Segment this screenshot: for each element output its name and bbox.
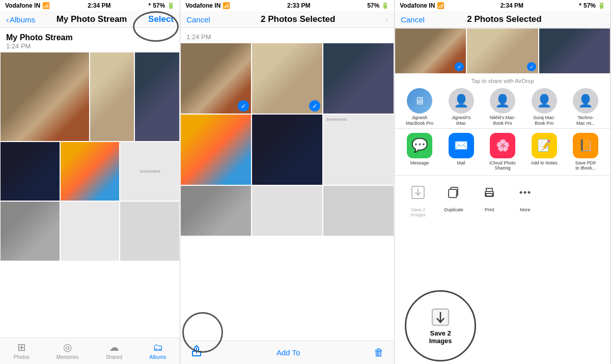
battery-icon-3: 🔋	[598, 2, 605, 9]
save-circle-overlay: Save 2Images	[405, 290, 476, 361]
more-action-print[interactable]: Print	[474, 180, 505, 217]
delete-button-2[interactable]: 🗑	[374, 347, 384, 358]
svg-point-7	[524, 191, 526, 194]
svg-rect-5	[486, 193, 492, 196]
photo-cell-2-3[interactable]	[323, 43, 394, 114]
photo-cell-2-9[interactable]	[323, 185, 394, 236]
photo-cell-3[interactable]	[134, 52, 180, 142]
photo-cell-5[interactable]	[60, 142, 120, 202]
time-3: 2:34 PM	[501, 2, 523, 9]
ibook-icon: 📙	[573, 133, 598, 158]
airdrop-device-2[interactable]: 👤 Nikhil's Mac-Book Pro	[487, 88, 518, 126]
carrier-1: Vodafone IN	[5, 2, 40, 9]
print-label: Print	[485, 207, 494, 212]
check-1: ✓	[238, 100, 249, 111]
tab-shared-label: Shared	[106, 354, 122, 360]
nav-bar-1: ‹ Albums My Photo Stream Select	[0, 11, 180, 28]
photo-cell-6[interactable]: Screenshot	[120, 142, 180, 202]
tab-memories[interactable]: ◎ Memories	[57, 341, 79, 360]
photo-cell-2-5[interactable]	[252, 114, 323, 185]
airdrop-devices-row: 🖥 JigneshMacBook Pro 👤 Jignesh'siMac 👤	[395, 88, 610, 126]
photo-cell-2-1[interactable]: ✓	[180, 43, 252, 114]
save-label: Save 2Images	[410, 207, 426, 217]
airdrop-device-3[interactable]: 👤 Suraj Mac-Book Pro	[529, 88, 560, 126]
print-icon	[477, 180, 502, 205]
grid-row-2: Screenshot	[0, 142, 180, 202]
airdrop-name-4: Techno-Mac mi...	[576, 115, 595, 126]
airdrop-label: Tap to share with AirDrop	[395, 78, 610, 84]
battery-1: 57%	[153, 2, 165, 9]
mail-icon: ✉️	[449, 133, 474, 158]
share-action-icloud[interactable]: 🌸 iCloud PhotoSharing	[487, 133, 518, 172]
more-action-duplicate[interactable]: Duplicate	[438, 180, 469, 217]
airdrop-avatar-1: 👤	[449, 88, 474, 114]
share-action-message[interactable]: 💬 Message	[404, 133, 435, 172]
tab-shared[interactable]: ☁ Shared	[106, 341, 122, 360]
albums-tab-icon: 🗂	[153, 342, 163, 353]
photo-cell-9[interactable]	[120, 201, 180, 261]
more-action-save[interactable]: Save 2Images	[403, 180, 433, 217]
album-time-2: 1:24 PM	[186, 33, 388, 41]
icloud-icon: 🌸	[490, 133, 515, 158]
thumb-check-1: ✓	[455, 62, 464, 71]
add-to-button-2[interactable]: Add To	[276, 348, 300, 357]
duplicate-label: Duplicate	[444, 207, 463, 212]
chevron-left-icon-1: ‹	[6, 15, 9, 24]
carrier-2: Vodafone IN	[185, 2, 220, 9]
tab-memories-label: Memories	[57, 354, 79, 360]
photo-cell-4[interactable]	[0, 142, 60, 202]
share-button-2[interactable]	[190, 345, 203, 360]
cancel-button-3[interactable]: Cancel	[401, 15, 425, 24]
time-2: 2:33 PM	[287, 2, 310, 9]
photo-cell-2-2[interactable]: ✓	[252, 43, 323, 114]
photo-cell-2-6[interactable]: Screenshot	[323, 114, 394, 185]
photo-cell-2-7[interactable]	[180, 185, 252, 236]
bluetooth-3: *	[579, 2, 581, 9]
photo-cell-2-4[interactable]	[180, 114, 252, 185]
airdrop-name-1: Jignesh'siMac	[452, 115, 470, 126]
photo-grid-1[interactable]: Screenshot	[0, 52, 180, 338]
nav-bar-2: Cancel 2 Photos Selected ›	[180, 11, 394, 28]
shared-tab-icon: ☁	[109, 341, 119, 353]
share-action-notes[interactable]: 📝 Add to Notes	[529, 133, 560, 172]
battery-icon-1: 🔋	[167, 2, 175, 9]
photo-cell-8[interactable]	[60, 201, 120, 261]
tab-photos[interactable]: ⊞ Photos	[14, 341, 30, 360]
photos-tab-icon: ⊞	[17, 341, 26, 353]
grid-row-2-3	[180, 185, 394, 236]
save-circle-label: Save 2Images	[429, 329, 452, 345]
status-bar-2: Vodafone IN 📶 2:33 PM 57% 🔋	[180, 0, 394, 11]
photo-cell-2[interactable]	[90, 52, 135, 142]
thumbnail-strip: ✓ ✓	[395, 28, 610, 74]
more-action-more[interactable]: More	[510, 180, 540, 217]
share-action-ibook[interactable]: 📙 Save PDFto iBook...	[570, 133, 601, 172]
selected-count-3: 2 Photos Selected	[467, 14, 541, 24]
cancel-button-2[interactable]: Cancel	[186, 15, 210, 24]
photo-grid-2[interactable]: ✓ ✓ Screenshot	[180, 43, 394, 341]
notes-label: Add to Notes	[531, 160, 558, 166]
airdrop-device-4[interactable]: 👤 Techno-Mac mi...	[570, 88, 601, 126]
back-button-1[interactable]: ‹ Albums	[6, 15, 35, 24]
airdrop-device-1[interactable]: 👤 Jignesh'siMac	[446, 88, 477, 126]
share-action-mail[interactable]: ✉️ Mail	[446, 133, 477, 172]
photo-cell-2-8[interactable]	[252, 185, 323, 236]
airdrop-section: Tap to share with AirDrop 🖥 JigneshMacBo…	[395, 74, 610, 128]
selected-count-2: 2 Photos Selected	[261, 14, 335, 24]
thumb-3	[539, 28, 610, 74]
share-toolbar-2: Add To 🗑	[180, 341, 394, 364]
message-label: Message	[410, 160, 429, 166]
album-time-1: 1:24 PM	[6, 42, 174, 50]
nav-title-1: My Photo Stream	[57, 14, 127, 24]
share-actions-row: 💬 Message ✉️ Mail 🌸 iCloud PhotoSharing …	[395, 128, 610, 176]
time-1: 2:34 PM	[88, 2, 110, 9]
select-button-1[interactable]: Select	[148, 14, 174, 24]
wifi-icon-1: 📶	[42, 2, 50, 9]
photo-cell-1[interactable]	[0, 52, 90, 142]
check-2: ✓	[309, 100, 320, 111]
more-dots-icon	[512, 180, 538, 205]
airdrop-device-0[interactable]: 🖥 JigneshMacBook Pro	[404, 88, 435, 126]
tab-albums[interactable]: 🗂 Albums	[149, 342, 166, 360]
status-bar-3: Vodafone IN 📶 2:34 PM * 57% 🔋	[395, 0, 610, 11]
photo-cell-7[interactable]	[0, 201, 60, 261]
svg-point-6	[520, 191, 522, 194]
